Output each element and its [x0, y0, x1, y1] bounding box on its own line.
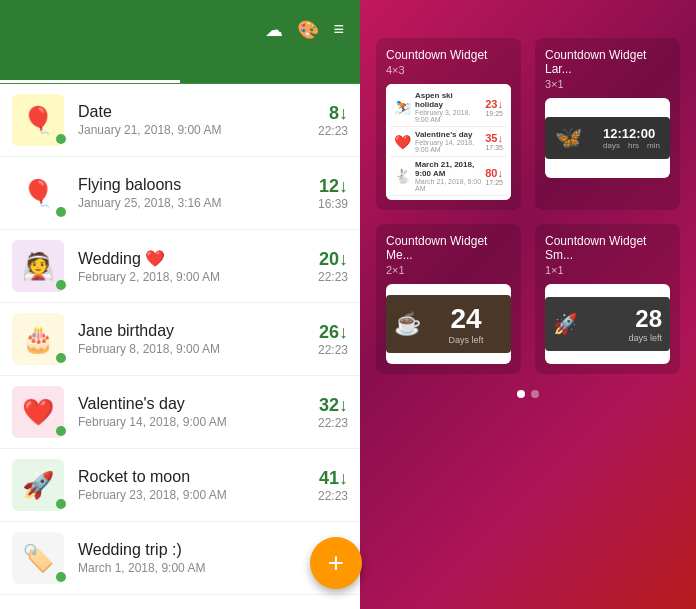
event-item[interactable]: 🎈 Flying baloons January 25, 2018, 3:16 … — [0, 157, 360, 230]
event-date: February 23, 2018, 9:00 AM — [78, 488, 318, 502]
widget-label: Days left — [429, 335, 503, 345]
widget-preview-clock: 🦋 12:12:00 dayshrsmin — [545, 117, 670, 159]
widget-preview-coffee: ☕ 24 Days left — [386, 295, 511, 353]
event-count: 41↓ 22:23 — [318, 468, 348, 503]
event-item[interactable]: 🎂 Jane birthday February 8, 2018, 9:00 A… — [0, 303, 360, 376]
butterfly-icon: 🦋 — [555, 125, 582, 151]
event-item[interactable]: 🚀 Rocket to moon February 23, 2018, 9:00… — [0, 449, 360, 522]
event-name: Rocket to moon — [78, 468, 318, 486]
event-name: Jane birthday — [78, 322, 318, 340]
event-count: 12↓ 16:39 — [318, 176, 348, 211]
event-name: Wedding ❤️ — [78, 249, 318, 268]
event-time: 22:23 — [318, 270, 348, 284]
event-count: 8↓ 22:23 — [318, 103, 348, 138]
event-name: Wedding trip :) — [78, 541, 318, 559]
widget-title: Countdown Widget Me... — [386, 234, 511, 262]
widget-label: days left — [628, 333, 662, 343]
widget-preview-rocket: 🚀 28 days left — [545, 297, 670, 351]
widget-preview-list: ⛷️ Aspen ski holiday February 3, 2018, 9… — [386, 84, 511, 200]
event-count: 32↓ 22:23 — [318, 395, 348, 430]
event-info: Rocket to moon February 23, 2018, 9:00 A… — [78, 468, 318, 502]
event-dot — [56, 280, 66, 290]
event-time: 22:23 — [318, 124, 348, 138]
palette-icon[interactable]: 🎨 — [297, 19, 319, 41]
cloud-icon[interactable]: ☁ — [265, 19, 283, 41]
left-panel: ☁ 🎨 ≡ 🎈 Date January 21, 2018, 9:00 AM 8… — [0, 0, 360, 609]
event-time: 22:23 — [318, 343, 348, 357]
event-info: Valentine's day February 14, 2018, 9:00 … — [78, 395, 318, 429]
event-item[interactable]: 🏷️ Wedding trip :) March 1, 2018, 9:00 A… — [0, 522, 360, 595]
event-date: February 14, 2018, 9:00 AM — [78, 415, 318, 429]
event-name: Date — [78, 103, 318, 121]
widget-title: Countdown Widget Sm... — [545, 234, 670, 262]
page-dot[interactable] — [531, 390, 539, 398]
widget-subtitle: 1×1 — [545, 264, 670, 276]
event-count: 20↓ 22:23 — [318, 249, 348, 284]
widget-subtitle: 3×1 — [545, 78, 670, 90]
event-days: 41↓ — [318, 468, 348, 489]
event-name: Valentine's day — [78, 395, 318, 413]
event-days: 26↓ — [318, 322, 348, 343]
event-dot — [56, 499, 66, 509]
add-event-fab[interactable]: + — [310, 537, 362, 589]
tabs — [0, 60, 360, 84]
widget-number: 28 — [628, 305, 662, 333]
event-days: 20↓ — [318, 249, 348, 270]
app-header: ☁ 🎨 ≡ — [0, 0, 360, 60]
event-date: January 25, 2018, 3:16 AM — [78, 196, 318, 210]
widget-count-area: 28 days left — [628, 305, 662, 343]
widget-preview: ☕ 24 Days left — [386, 284, 511, 364]
widget-count-area: 24 Days left — [429, 303, 503, 345]
event-time: 16:39 — [318, 197, 348, 211]
event-dot — [56, 426, 66, 436]
widget-time-labels: dayshrsmin — [603, 141, 660, 150]
widget-grid: Countdown Widget 4×3 ⛷️ Aspen ski holida… — [376, 38, 680, 374]
tab-calendar[interactable] — [180, 60, 360, 83]
event-info: Jane birthday February 8, 2018, 9:00 AM — [78, 322, 318, 356]
tab-events[interactable] — [0, 60, 180, 83]
widget-time: 12:12:00 — [603, 126, 660, 141]
event-dot — [56, 572, 66, 582]
widget-subtitle: 2×1 — [386, 264, 511, 276]
event-date: March 1, 2018, 9:00 AM — [78, 561, 318, 575]
event-item[interactable]: 🎈 Date January 21, 2018, 9:00 AM 8↓ 22:2… — [0, 84, 360, 157]
widget-card-w21[interactable]: Countdown Widget Me... 2×1 ☕ 24 Days lef… — [376, 224, 521, 374]
events-list: 🎈 Date January 21, 2018, 9:00 AM 8↓ 22:2… — [0, 84, 360, 609]
page-dot[interactable] — [517, 390, 525, 398]
widget-title: Countdown Widget Lar... — [545, 48, 670, 76]
rocket-icon: 🚀 — [553, 312, 578, 336]
event-time: 22:23 — [318, 416, 348, 430]
event-time: 22:23 — [318, 489, 348, 503]
event-days: 8↓ — [318, 103, 348, 124]
widget-card-w31[interactable]: Countdown Widget Lar... 3×1 🦋 12:12:00 d… — [535, 38, 680, 210]
right-panel: Countdown Widget 4×3 ⛷️ Aspen ski holida… — [360, 0, 696, 609]
coffee-icon: ☕ — [394, 311, 421, 337]
widget-preview: ⛷️ Aspen ski holiday February 3, 2018, 9… — [386, 84, 511, 200]
dots-indicator — [376, 390, 680, 398]
event-name: Flying baloons — [78, 176, 318, 194]
widget-number: 24 — [429, 303, 503, 335]
event-date: February 2, 2018, 9:00 AM — [78, 270, 318, 284]
event-count: 26↓ 22:23 — [318, 322, 348, 357]
widget-preview: 🦋 12:12:00 dayshrsmin — [545, 98, 670, 178]
event-dot — [56, 134, 66, 144]
event-item[interactable]: ❤️ Valentine's day February 14, 2018, 9:… — [0, 376, 360, 449]
event-date: February 8, 2018, 9:00 AM — [78, 342, 318, 356]
widget-card-w43[interactable]: Countdown Widget 4×3 ⛷️ Aspen ski holida… — [376, 38, 521, 210]
event-dot — [56, 353, 66, 363]
header-actions: ☁ 🎨 ≡ — [265, 19, 344, 41]
widget-card-w11[interactable]: Countdown Widget Sm... 1×1 🚀 28 days lef… — [535, 224, 680, 374]
event-info: Wedding ❤️ February 2, 2018, 9:00 AM — [78, 249, 318, 284]
event-days: 12↓ — [318, 176, 348, 197]
widget-preview: 🚀 28 days left — [545, 284, 670, 364]
event-info: Date January 21, 2018, 9:00 AM — [78, 103, 318, 137]
widget-title: Countdown Widget — [386, 48, 511, 62]
event-days: 32↓ — [318, 395, 348, 416]
event-item[interactable]: 👰 Wedding ❤️ February 2, 2018, 9:00 AM 2… — [0, 230, 360, 303]
event-info: Flying baloons January 25, 2018, 3:16 AM — [78, 176, 318, 210]
filter-icon[interactable]: ≡ — [333, 19, 344, 41]
event-dot — [56, 207, 66, 217]
event-date: January 21, 2018, 9:00 AM — [78, 123, 318, 137]
event-info: Wedding trip :) March 1, 2018, 9:00 AM — [78, 541, 318, 575]
widget-subtitle: 4×3 — [386, 64, 511, 76]
